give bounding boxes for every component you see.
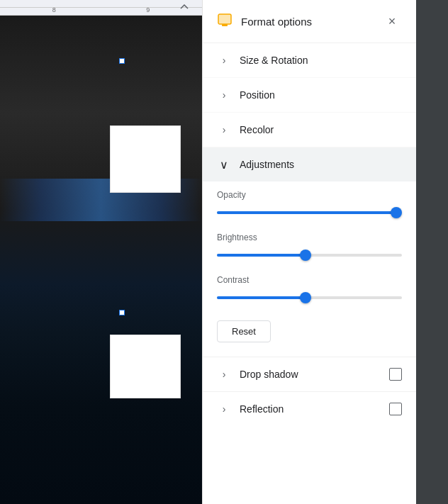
selection-handle-middle (119, 310, 125, 315)
brightness-slider-container[interactable] (217, 248, 402, 262)
recolor-section[interactable]: › Recolor (203, 113, 416, 147)
reset-button[interactable]: Reset (217, 320, 271, 342)
position-label: Position (240, 89, 275, 101)
format-panel: Format options × › Size & Rotation › Pos… (202, 0, 416, 504)
contrast-slider-container[interactable] (217, 291, 402, 305)
opacity-slider-group: Opacity (217, 190, 402, 220)
drop-shadow-checkbox[interactable] (389, 368, 402, 381)
close-button[interactable]: × (382, 11, 402, 31)
selection-handle-top (119, 58, 125, 64)
position-section[interactable]: › Position (203, 78, 416, 113)
ruler-mark-8: 8 (52, 6, 56, 13)
format-options-icon (217, 13, 234, 30)
reflection-section[interactable]: › Reflection (203, 391, 416, 426)
ruler-mark-9: 9 (146, 6, 150, 13)
size-rotation-section[interactable]: › Size & Rotation (203, 43, 416, 78)
svg-rect-0 (218, 14, 231, 24)
canvas-content (0, 16, 202, 504)
contrast-label: Contrast (217, 275, 402, 285)
panel-header: Format options × (203, 0, 416, 43)
document-element-1 (110, 125, 181, 193)
brightness-label: Brightness (217, 233, 402, 242)
adjustments-content: Opacity Brightness (203, 181, 416, 357)
chevron-right-icon-3: › (217, 123, 231, 137)
ruler-marks: 8 9 (0, 6, 202, 13)
reflection-label: Reflection (240, 403, 284, 415)
drop-shadow-section[interactable]: › Drop shadow (203, 357, 416, 391)
size-rotation-label: Size & Rotation (240, 55, 308, 66)
opacity-label: Opacity (217, 190, 402, 200)
chevron-right-icon-5: › (217, 402, 231, 416)
image-background (0, 16, 202, 504)
contrast-slider-group: Contrast (217, 275, 402, 305)
ruler-top: 8 9 (0, 0, 202, 16)
adjustments-header[interactable]: ∨ Adjustments (203, 147, 416, 181)
opacity-slider-container[interactable] (217, 206, 402, 220)
brightness-slider-group: Brightness (217, 233, 402, 262)
adjustments-section: ∨ Adjustments Opacity Brightness (203, 147, 416, 357)
chevron-right-icon-2: › (217, 88, 231, 102)
chevron-down-icon: ∨ (217, 157, 231, 172)
drop-shadow-label: Drop shadow (240, 369, 298, 380)
reflection-checkbox[interactable] (389, 403, 402, 415)
dark-edge (416, 0, 448, 504)
collapse-button[interactable] (174, 0, 195, 14)
chevron-right-icon-4: › (217, 367, 231, 381)
document-element-2 (110, 335, 181, 398)
panel-title: Format options (241, 16, 375, 28)
chevron-right-icon: › (217, 53, 231, 67)
adjustments-label: Adjustments (240, 159, 294, 170)
canvas-area: 8 9 (0, 0, 202, 504)
recolor-label: Recolor (240, 124, 274, 135)
